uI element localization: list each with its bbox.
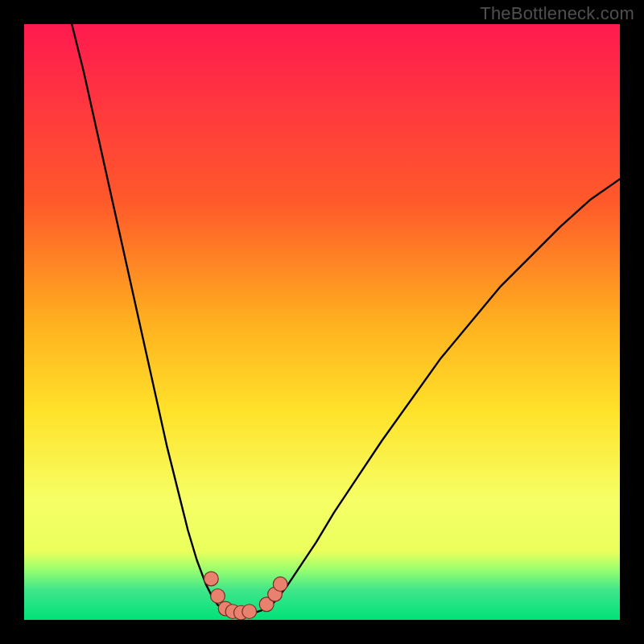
svg-point-2 — [211, 589, 225, 604]
svg-point-6 — [242, 605, 257, 619]
plot-area — [24, 24, 620, 620]
svg-point-9 — [273, 577, 287, 592]
chart-svg — [24, 24, 620, 620]
svg-point-1 — [204, 572, 218, 586]
svg-rect-0 — [24, 24, 620, 620]
chart-frame: TheBottleneck.com — [0, 0, 644, 644]
watermark-text: TheBottleneck.com — [480, 3, 634, 24]
